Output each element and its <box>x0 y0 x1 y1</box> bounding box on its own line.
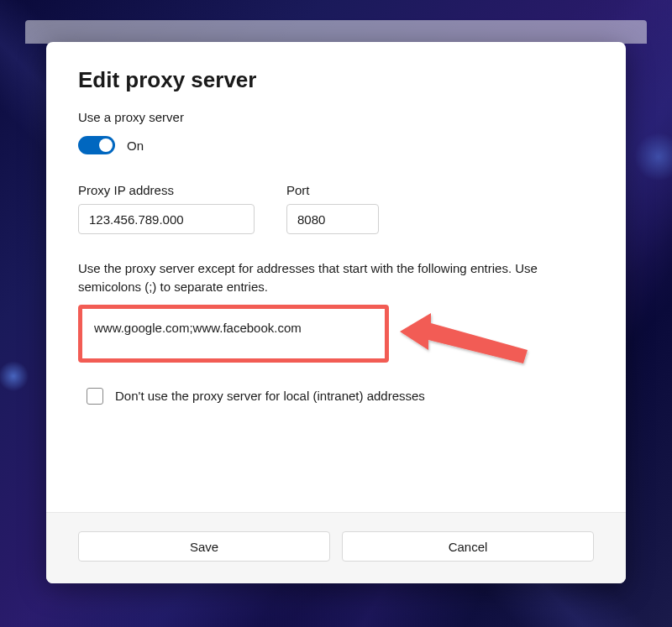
cancel-button[interactable]: Cancel <box>342 531 594 562</box>
proxy-toggle-state: On <box>127 138 144 153</box>
background-window-strip <box>25 20 647 44</box>
proxy-toggle[interactable] <box>78 136 115 154</box>
svg-marker-0 <box>400 313 528 363</box>
ip-label: Proxy IP address <box>78 183 255 197</box>
port-group: Port <box>286 183 379 234</box>
ip-group: Proxy IP address <box>78 183 255 234</box>
local-addresses-row: Don't use the proxy server for local (in… <box>87 388 594 405</box>
ip-input[interactable] <box>78 204 255 234</box>
local-addresses-label: Don't use the proxy server for local (in… <box>115 389 425 403</box>
exceptions-input[interactable] <box>87 317 380 338</box>
edit-proxy-dialog: Edit proxy server Use a proxy server On … <box>46 42 626 583</box>
annotation-highlight-box <box>78 305 389 363</box>
address-port-row: Proxy IP address Port <box>78 183 594 234</box>
toggle-knob-icon <box>99 138 113 152</box>
save-button[interactable]: Save <box>78 531 330 562</box>
proxy-toggle-row: On <box>78 136 594 154</box>
local-addresses-checkbox[interactable] <box>87 388 103 405</box>
annotation-arrow-icon <box>393 298 544 374</box>
dialog-footer: Save Cancel <box>46 512 626 583</box>
exceptions-highlight-wrapper <box>78 305 594 363</box>
port-input[interactable] <box>286 204 379 234</box>
port-label: Port <box>286 183 379 197</box>
dialog-body: Edit proxy server Use a proxy server On … <box>46 42 626 512</box>
exceptions-description: Use the proxy server except for addresse… <box>78 259 594 296</box>
dialog-title: Edit proxy server <box>78 67 594 93</box>
use-proxy-label: Use a proxy server <box>78 110 594 124</box>
